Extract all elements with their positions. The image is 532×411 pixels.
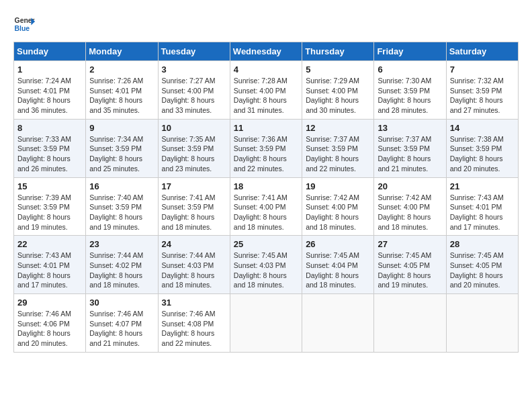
calendar-cell: 29 Sunrise: 7:46 AM Sunset: 4:06 PM Dayl…: [14, 294, 86, 353]
day-number: 21: [450, 181, 515, 191]
calendar-cell: 6 Sunrise: 7:30 AM Sunset: 3:59 PM Dayli…: [374, 61, 446, 120]
day-number: 18: [234, 181, 298, 191]
calendar-cell: 11 Sunrise: 7:36 AM Sunset: 3:59 PM Dayl…: [230, 119, 302, 177]
calendar-cell: 19 Sunrise: 7:42 AM Sunset: 4:00 PM Dayl…: [302, 177, 374, 236]
day-number: 20: [378, 181, 442, 191]
day-info: Sunrise: 7:37 AM Sunset: 3:59 PM Dayligh…: [306, 134, 370, 174]
day-number: 23: [89, 239, 154, 249]
day-info: Sunrise: 7:39 AM Sunset: 3:59 PM Dayligh…: [17, 193, 82, 232]
day-info: Sunrise: 7:45 AM Sunset: 4:03 PM Dayligh…: [234, 250, 298, 290]
calendar-cell: [230, 294, 302, 353]
calendar-table: SundayMondayTuesdayWednesdayThursdayFrid…: [13, 42, 519, 353]
calendar-cell: 25 Sunrise: 7:45 AM Sunset: 4:03 PM Dayl…: [230, 236, 302, 294]
calendar-cell: 2 Sunrise: 7:26 AM Sunset: 4:01 PM Dayli…: [86, 61, 158, 120]
day-number: 25: [234, 239, 298, 249]
logo-icon: General Blue: [13, 13, 35, 35]
day-number: 13: [378, 123, 442, 133]
calendar-cell: 21 Sunrise: 7:43 AM Sunset: 4:01 PM Dayl…: [446, 177, 518, 236]
day-info: Sunrise: 7:43 AM Sunset: 4:01 PM Dayligh…: [450, 193, 515, 232]
calendar-cell: 12 Sunrise: 7:37 AM Sunset: 3:59 PM Dayl…: [302, 119, 374, 177]
day-info: Sunrise: 7:45 AM Sunset: 4:05 PM Dayligh…: [450, 250, 515, 290]
calendar-cell: 5 Sunrise: 7:29 AM Sunset: 4:00 PM Dayli…: [302, 61, 374, 120]
calendar-cell: 4 Sunrise: 7:28 AM Sunset: 4:00 PM Dayli…: [230, 61, 302, 120]
calendar-cell: 10 Sunrise: 7:35 AM Sunset: 3:59 PM Dayl…: [158, 119, 230, 177]
day-number: 9: [89, 123, 154, 133]
day-info: Sunrise: 7:33 AM Sunset: 3:59 PM Dayligh…: [17, 134, 82, 174]
day-number: 27: [378, 239, 442, 249]
calendar-cell: [446, 294, 518, 353]
weekday-header-friday: Friday: [374, 42, 446, 61]
day-number: 24: [162, 239, 226, 249]
calendar-week-4: 22 Sunrise: 7:43 AM Sunset: 4:01 PM Dayl…: [14, 236, 519, 294]
day-number: 4: [234, 64, 298, 75]
calendar-cell: 7 Sunrise: 7:32 AM Sunset: 3:59 PM Dayli…: [446, 61, 518, 120]
day-number: 11: [234, 123, 298, 133]
day-number: 28: [450, 239, 515, 249]
day-number: 17: [162, 181, 226, 191]
day-info: Sunrise: 7:46 AM Sunset: 4:06 PM Dayligh…: [17, 309, 82, 349]
day-info: Sunrise: 7:37 AM Sunset: 3:59 PM Dayligh…: [378, 134, 442, 174]
logo: General Blue: [13, 13, 35, 35]
day-number: 29: [17, 298, 82, 308]
day-info: Sunrise: 7:35 AM Sunset: 3:59 PM Dayligh…: [162, 134, 226, 174]
calendar-week-2: 8 Sunrise: 7:33 AM Sunset: 3:59 PM Dayli…: [14, 119, 519, 177]
calendar-cell: 17 Sunrise: 7:41 AM Sunset: 3:59 PM Dayl…: [158, 177, 230, 236]
day-number: 7: [450, 64, 515, 75]
day-info: Sunrise: 7:41 AM Sunset: 3:59 PM Dayligh…: [162, 193, 226, 232]
day-number: 8: [17, 123, 82, 133]
calendar-cell: 20 Sunrise: 7:42 AM Sunset: 4:00 PM Dayl…: [374, 177, 446, 236]
day-number: 1: [17, 64, 82, 75]
calendar-cell: 28 Sunrise: 7:45 AM Sunset: 4:05 PM Dayl…: [446, 236, 518, 294]
weekday-header-wednesday: Wednesday: [230, 42, 302, 61]
calendar-cell: 1 Sunrise: 7:24 AM Sunset: 4:01 PM Dayli…: [14, 61, 86, 120]
calendar-cell: 27 Sunrise: 7:45 AM Sunset: 4:05 PM Dayl…: [374, 236, 446, 294]
day-info: Sunrise: 7:34 AM Sunset: 3:59 PM Dayligh…: [89, 134, 154, 174]
svg-text:Blue: Blue: [15, 25, 30, 32]
day-info: Sunrise: 7:46 AM Sunset: 4:07 PM Dayligh…: [89, 309, 154, 349]
calendar-cell: 24 Sunrise: 7:44 AM Sunset: 4:03 PM Dayl…: [158, 236, 230, 294]
day-number: 15: [17, 181, 82, 191]
day-info: Sunrise: 7:42 AM Sunset: 4:00 PM Dayligh…: [306, 193, 370, 232]
calendar-cell: 22 Sunrise: 7:43 AM Sunset: 4:01 PM Dayl…: [14, 236, 86, 294]
day-info: Sunrise: 7:42 AM Sunset: 4:00 PM Dayligh…: [378, 193, 442, 232]
calendar-cell: 14 Sunrise: 7:38 AM Sunset: 3:59 PM Dayl…: [446, 119, 518, 177]
day-info: Sunrise: 7:26 AM Sunset: 4:01 PM Dayligh…: [89, 76, 154, 116]
day-number: 22: [17, 239, 82, 249]
day-number: 6: [378, 64, 442, 75]
day-number: 30: [89, 298, 154, 308]
calendar-cell: 8 Sunrise: 7:33 AM Sunset: 3:59 PM Dayli…: [14, 119, 86, 177]
weekday-header-tuesday: Tuesday: [158, 42, 230, 61]
day-info: Sunrise: 7:30 AM Sunset: 3:59 PM Dayligh…: [378, 76, 442, 116]
day-info: Sunrise: 7:38 AM Sunset: 3:59 PM Dayligh…: [450, 134, 515, 174]
calendar-week-1: 1 Sunrise: 7:24 AM Sunset: 4:01 PM Dayli…: [14, 61, 519, 120]
day-info: Sunrise: 7:43 AM Sunset: 4:01 PM Dayligh…: [17, 250, 82, 290]
day-info: Sunrise: 7:45 AM Sunset: 4:05 PM Dayligh…: [378, 250, 442, 290]
calendar-cell: 26 Sunrise: 7:45 AM Sunset: 4:04 PM Dayl…: [302, 236, 374, 294]
day-info: Sunrise: 7:27 AM Sunset: 4:00 PM Dayligh…: [162, 76, 226, 116]
day-number: 31: [162, 298, 226, 308]
calendar-cell: 13 Sunrise: 7:37 AM Sunset: 3:59 PM Dayl…: [374, 119, 446, 177]
weekday-header-saturday: Saturday: [446, 42, 518, 61]
day-number: 16: [89, 181, 154, 191]
day-number: 10: [162, 123, 226, 133]
page-header: General Blue: [13, 13, 519, 35]
day-number: 14: [450, 123, 515, 133]
day-info: Sunrise: 7:29 AM Sunset: 4:00 PM Dayligh…: [306, 76, 370, 116]
calendar-cell: [374, 294, 446, 353]
weekday-header-sunday: Sunday: [14, 42, 86, 61]
day-info: Sunrise: 7:24 AM Sunset: 4:01 PM Dayligh…: [17, 76, 82, 116]
day-number: 5: [306, 64, 370, 75]
weekday-header-thursday: Thursday: [302, 42, 374, 61]
day-info: Sunrise: 7:36 AM Sunset: 3:59 PM Dayligh…: [234, 134, 298, 174]
day-info: Sunrise: 7:32 AM Sunset: 3:59 PM Dayligh…: [450, 76, 515, 116]
calendar-cell: 30 Sunrise: 7:46 AM Sunset: 4:07 PM Dayl…: [86, 294, 158, 353]
calendar-week-3: 15 Sunrise: 7:39 AM Sunset: 3:59 PM Dayl…: [14, 177, 519, 236]
day-info: Sunrise: 7:46 AM Sunset: 4:08 PM Dayligh…: [162, 309, 226, 349]
day-number: 2: [89, 64, 154, 75]
day-info: Sunrise: 7:45 AM Sunset: 4:04 PM Dayligh…: [306, 250, 370, 290]
day-info: Sunrise: 7:41 AM Sunset: 4:00 PM Dayligh…: [234, 193, 298, 232]
weekday-header-monday: Monday: [86, 42, 158, 61]
day-info: Sunrise: 7:44 AM Sunset: 4:03 PM Dayligh…: [162, 250, 226, 290]
calendar-cell: 31 Sunrise: 7:46 AM Sunset: 4:08 PM Dayl…: [158, 294, 230, 353]
calendar-cell: 15 Sunrise: 7:39 AM Sunset: 3:59 PM Dayl…: [14, 177, 86, 236]
